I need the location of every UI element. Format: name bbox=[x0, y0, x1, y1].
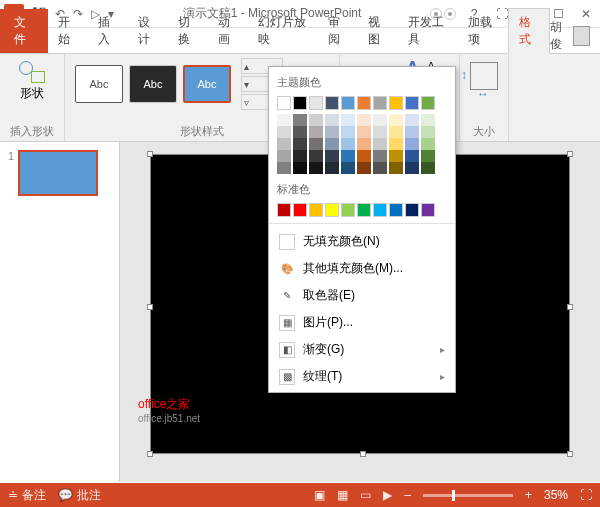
color-swatch[interactable] bbox=[405, 203, 419, 217]
user-name[interactable]: 胡俊 bbox=[550, 19, 569, 53]
color-swatch[interactable] bbox=[277, 203, 291, 217]
color-swatch[interactable] bbox=[277, 96, 291, 110]
color-swatch[interactable] bbox=[293, 150, 307, 162]
color-swatch[interactable] bbox=[293, 96, 307, 110]
color-swatch[interactable] bbox=[421, 203, 435, 217]
normal-view-button[interactable]: ▣ bbox=[314, 488, 325, 502]
shape-style-2[interactable]: Abc bbox=[129, 65, 177, 103]
color-swatch[interactable] bbox=[325, 203, 339, 217]
color-swatch[interactable] bbox=[373, 138, 387, 150]
color-swatch[interactable] bbox=[341, 96, 355, 110]
color-swatch[interactable] bbox=[357, 96, 371, 110]
color-swatch[interactable] bbox=[389, 96, 403, 110]
color-swatch[interactable] bbox=[325, 138, 339, 150]
tab-review[interactable]: 审阅 bbox=[318, 9, 358, 53]
color-swatch[interactable] bbox=[405, 138, 419, 150]
color-swatch[interactable] bbox=[421, 126, 435, 138]
color-swatch[interactable] bbox=[293, 126, 307, 138]
color-swatch[interactable] bbox=[309, 114, 323, 126]
color-swatch[interactable] bbox=[341, 203, 355, 217]
shape-style-3[interactable]: Abc bbox=[183, 65, 231, 103]
color-swatch[interactable] bbox=[341, 114, 355, 126]
shape-style-1[interactable]: Abc bbox=[75, 65, 123, 103]
more-colors-item[interactable]: 🎨其他填充颜色(M)... bbox=[269, 255, 455, 282]
tab-slideshow[interactable]: 幻灯片放映 bbox=[248, 9, 318, 53]
gradient-fill-item[interactable]: ◧渐变(G)▸ bbox=[269, 336, 455, 363]
color-swatch[interactable] bbox=[357, 203, 371, 217]
color-swatch[interactable] bbox=[293, 114, 307, 126]
color-swatch[interactable] bbox=[309, 162, 323, 174]
avatar[interactable] bbox=[573, 26, 590, 46]
color-swatch[interactable] bbox=[421, 162, 435, 174]
tab-transition[interactable]: 切换 bbox=[168, 9, 208, 53]
tab-format[interactable]: 格式 bbox=[508, 8, 550, 54]
color-swatch[interactable] bbox=[389, 138, 403, 150]
color-swatch[interactable] bbox=[389, 162, 403, 174]
zoom-level[interactable]: 35% bbox=[544, 488, 568, 502]
color-swatch[interactable] bbox=[421, 96, 435, 110]
tab-developer[interactable]: 开发工具 bbox=[398, 9, 458, 53]
color-swatch[interactable] bbox=[405, 126, 419, 138]
fit-button[interactable]: ⛶ bbox=[580, 488, 592, 502]
color-swatch[interactable] bbox=[421, 150, 435, 162]
color-swatch[interactable] bbox=[405, 114, 419, 126]
color-swatch[interactable] bbox=[357, 126, 371, 138]
color-swatch[interactable] bbox=[293, 203, 307, 217]
color-swatch[interactable] bbox=[421, 114, 435, 126]
color-swatch[interactable] bbox=[277, 162, 291, 174]
color-swatch[interactable] bbox=[277, 114, 291, 126]
tab-view[interactable]: 视图 bbox=[358, 9, 398, 53]
color-swatch[interactable] bbox=[373, 162, 387, 174]
eyedropper-item[interactable]: ✎取色器(E) bbox=[269, 282, 455, 309]
color-swatch[interactable] bbox=[277, 138, 291, 150]
shapes-button[interactable]: 形状 bbox=[13, 58, 51, 104]
color-swatch[interactable] bbox=[373, 96, 387, 110]
color-swatch[interactable] bbox=[389, 126, 403, 138]
reading-view-button[interactable]: ▭ bbox=[360, 488, 371, 502]
notes-button[interactable]: ≐ 备注 bbox=[8, 487, 46, 504]
tab-insert[interactable]: 插入 bbox=[88, 9, 128, 53]
color-swatch[interactable] bbox=[357, 162, 371, 174]
color-swatch[interactable] bbox=[357, 150, 371, 162]
color-swatch[interactable] bbox=[373, 150, 387, 162]
color-swatch[interactable] bbox=[357, 138, 371, 150]
tab-file[interactable]: 文件 bbox=[0, 9, 48, 53]
zoom-in-button[interactable]: + bbox=[525, 488, 532, 502]
picture-fill-item[interactable]: ▦图片(P)... bbox=[269, 309, 455, 336]
texture-fill-item[interactable]: ▩纹理(T)▸ bbox=[269, 363, 455, 390]
color-swatch[interactable] bbox=[405, 150, 419, 162]
color-swatch[interactable] bbox=[325, 126, 339, 138]
slide-thumbnail-1[interactable] bbox=[18, 150, 98, 196]
color-swatch[interactable] bbox=[389, 203, 403, 217]
color-swatch[interactable] bbox=[325, 162, 339, 174]
color-swatch[interactable] bbox=[341, 138, 355, 150]
color-swatch[interactable] bbox=[277, 126, 291, 138]
color-swatch[interactable] bbox=[373, 203, 387, 217]
color-swatch[interactable] bbox=[293, 138, 307, 150]
color-swatch[interactable] bbox=[325, 96, 339, 110]
no-fill-item[interactable]: 无填充颜色(N) bbox=[269, 228, 455, 255]
color-swatch[interactable] bbox=[421, 138, 435, 150]
color-swatch[interactable] bbox=[405, 162, 419, 174]
color-swatch[interactable] bbox=[325, 114, 339, 126]
color-swatch[interactable] bbox=[309, 138, 323, 150]
color-swatch[interactable] bbox=[405, 96, 419, 110]
zoom-slider[interactable] bbox=[423, 494, 513, 497]
slideshow-view-button[interactable]: ▶ bbox=[383, 488, 392, 502]
color-swatch[interactable] bbox=[357, 114, 371, 126]
color-swatch[interactable] bbox=[309, 126, 323, 138]
color-swatch[interactable] bbox=[373, 126, 387, 138]
tab-home[interactable]: 开始 bbox=[48, 9, 88, 53]
tab-design[interactable]: 设计 bbox=[128, 9, 168, 53]
color-swatch[interactable] bbox=[309, 150, 323, 162]
color-swatch[interactable] bbox=[373, 114, 387, 126]
color-swatch[interactable] bbox=[309, 203, 323, 217]
color-swatch[interactable] bbox=[325, 150, 339, 162]
color-swatch[interactable] bbox=[341, 150, 355, 162]
color-swatch[interactable] bbox=[389, 114, 403, 126]
comments-button[interactable]: 💬 批注 bbox=[58, 487, 101, 504]
color-swatch[interactable] bbox=[293, 162, 307, 174]
color-swatch[interactable] bbox=[341, 162, 355, 174]
tab-animation[interactable]: 动画 bbox=[208, 9, 248, 53]
color-swatch[interactable] bbox=[309, 96, 323, 110]
